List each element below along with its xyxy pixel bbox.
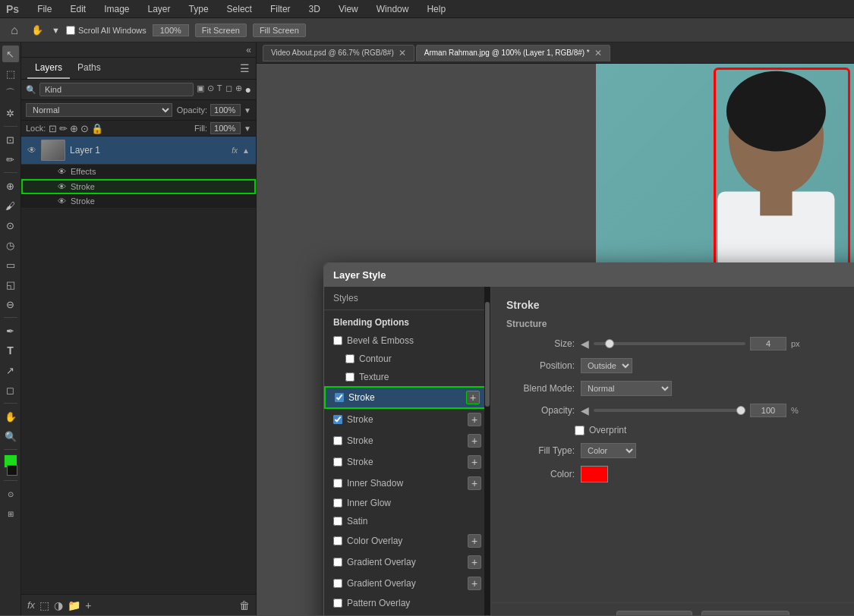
inner-shadow-checkbox[interactable] — [333, 479, 342, 488]
blend-mode-select[interactable]: Normal Dissolve Multiply — [26, 103, 172, 117]
overprint-checkbox[interactable] — [575, 426, 585, 435]
layer-eye-1[interactable]: 👁 — [27, 145, 36, 156]
panel-collapse-btn[interactable]: « — [246, 45, 251, 55]
lock-artboard-icon[interactable]: ⊙ — [80, 123, 89, 134]
size-number-input[interactable] — [750, 337, 786, 350]
style-color-overlay[interactable]: Color Overlay + — [324, 530, 490, 552]
add-adjustment-button[interactable]: ◑ — [54, 599, 63, 611]
home-icon[interactable]: ⌂ — [6, 22, 23, 39]
zoom-input[interactable] — [153, 24, 189, 36]
layer-type-filter[interactable]: T — [217, 83, 222, 96]
style-blending-options[interactable]: Blending Options — [324, 313, 490, 332]
bevel-emboss-checkbox[interactable] — [333, 336, 342, 345]
opacity-slider[interactable] — [594, 409, 745, 412]
canvas-tab-1[interactable]: Video About.psd @ 66.7% (RGB/8#) ✕ — [263, 45, 414, 61]
menu-edit[interactable]: Edit — [67, 2, 89, 16]
style-stroke-3[interactable]: Stroke + — [324, 430, 490, 451]
blend-mode-select-dialog[interactable]: Normal Dissolve Multiply — [581, 381, 672, 396]
dodge-tool[interactable]: ⊖ — [2, 296, 19, 313]
lasso-tool[interactable]: ⌒ — [2, 85, 19, 102]
style-inner-shadow[interactable]: Inner Shadow + — [324, 473, 490, 494]
hand-icon[interactable]: ✋ — [29, 22, 46, 39]
pattern-overlay-checkbox[interactable] — [333, 599, 342, 608]
layer-smart-filter[interactable]: ⊕ — [235, 83, 242, 96]
screen-mode-tool[interactable]: ⊞ — [2, 505, 19, 522]
layer-expand-icon[interactable]: ▲ — [242, 146, 250, 155]
path-select-tool[interactable]: ↗ — [2, 362, 19, 379]
menu-help[interactable]: Help — [424, 2, 449, 16]
size-slider[interactable] — [594, 342, 745, 345]
hand-tool[interactable]: ✋ — [2, 408, 19, 425]
stroke-eye-active[interactable]: 👁 — [58, 182, 66, 191]
add-group-button[interactable]: 📁 — [68, 599, 80, 611]
contour-checkbox[interactable] — [345, 354, 355, 363]
layer-pixel-filter[interactable]: ▣ — [197, 83, 204, 96]
history-tool[interactable]: ◷ — [2, 237, 19, 253]
brush-tool[interactable]: 🖌 — [2, 197, 19, 214]
gradient-tool[interactable]: ◱ — [2, 276, 19, 293]
fx-button[interactable]: fx — [27, 599, 35, 611]
stroke-2-add-btn[interactable]: + — [468, 413, 481, 426]
eyedropper-tool[interactable]: ✏ — [2, 151, 19, 168]
stroke-4-add-btn[interactable]: + — [468, 455, 481, 469]
style-inner-glow[interactable]: Inner Glow — [324, 494, 490, 512]
style-gradient-overlay-2[interactable]: Gradient Overlay + — [324, 573, 490, 594]
stroke-2-checkbox[interactable] — [333, 415, 342, 424]
position-select[interactable]: Outside Inside Center — [581, 358, 632, 373]
background-color[interactable] — [7, 465, 17, 476]
opacity-input[interactable] — [210, 104, 241, 116]
effects-stroke-2[interactable]: 👁 Stroke — [21, 194, 256, 209]
style-bevel-emboss[interactable]: Bevel & Emboss — [324, 332, 490, 350]
layer-search-input[interactable] — [39, 83, 194, 96]
stroke-4-checkbox[interactable] — [333, 457, 342, 467]
stroke-1-checkbox[interactable] — [335, 393, 344, 402]
effects-header-item[interactable]: 👁 Effects — [21, 165, 256, 179]
menu-window[interactable]: Window — [373, 2, 412, 16]
style-stroke-1[interactable]: Stroke + — [324, 386, 490, 409]
delete-layer-button[interactable]: 🗑 — [239, 599, 250, 611]
lock-all-icon[interactable]: 🔒 — [91, 123, 103, 134]
stroke-eye-2[interactable]: 👁 — [58, 196, 66, 206]
fill-type-select[interactable]: Color Gradient Pattern — [581, 443, 636, 458]
lock-position-icon[interactable]: ⊕ — [70, 123, 78, 134]
stroke-3-checkbox[interactable] — [333, 436, 342, 445]
tab-paths[interactable]: Paths — [70, 58, 109, 79]
color-swatch[interactable] — [581, 466, 608, 482]
style-texture[interactable]: Texture — [324, 368, 490, 386]
add-mask-button[interactable]: ⬚ — [39, 599, 49, 611]
inner-shadow-add-btn[interactable]: + — [468, 476, 481, 490]
style-stroke-4[interactable]: Stroke + — [324, 451, 490, 473]
effects-eye[interactable]: 👁 — [58, 167, 66, 176]
menu-3d[interactable]: 3D — [306, 2, 323, 16]
style-stroke-2[interactable]: Stroke + — [324, 409, 490, 430]
tab-layers[interactable]: Layers — [27, 58, 70, 79]
gradient-overlay-2-checkbox[interactable] — [333, 579, 342, 588]
crop-tool[interactable]: ⊡ — [2, 131, 19, 148]
menu-filter[interactable]: Filter — [267, 2, 294, 16]
menu-layer[interactable]: Layer — [145, 2, 174, 16]
style-satin[interactable]: Satin — [324, 512, 490, 530]
layer-style-dialog[interactable]: Layer Style ✕ Styles Blending Options — [323, 262, 854, 615]
fill-input[interactable] — [210, 122, 241, 134]
stroke-1-add-btn[interactable]: + — [466, 391, 480, 404]
layer-shape-filter[interactable]: ◻ — [225, 83, 232, 96]
menu-image[interactable]: Image — [101, 2, 132, 16]
layer-item-1[interactable]: 👁 Layer 1 fx ▲ — [21, 137, 256, 165]
effects-stroke-active[interactable]: 👁 Stroke — [21, 179, 256, 194]
style-contour[interactable]: Contour — [324, 350, 490, 368]
canvas-tab-2[interactable]: Arman Rahman.jpg @ 100% (Layer 1, RGB/8#… — [416, 45, 610, 61]
fill-dropdown-icon[interactable]: ▼ — [244, 124, 251, 133]
scroll-all-checkbox[interactable] — [66, 26, 75, 35]
style-gradient-overlay-1[interactable]: Gradient Overlay + — [324, 552, 490, 573]
clone-tool[interactable]: ⊙ — [2, 217, 19, 234]
menu-file[interactable]: File — [34, 2, 55, 16]
menu-select[interactable]: Select — [224, 2, 255, 16]
gradient-overlay-1-checkbox[interactable] — [333, 558, 342, 567]
layer-adjustment-filter[interactable]: ⊙ — [207, 83, 214, 96]
menu-type[interactable]: Type — [186, 2, 212, 16]
panel-menu-icon[interactable]: ☰ — [240, 62, 250, 74]
reset-to-default-button[interactable]: Reset to Default — [701, 611, 789, 615]
text-tool[interactable]: T — [2, 342, 19, 359]
style-pattern-overlay[interactable]: Pattern Overlay — [324, 594, 490, 612]
zoom-tool[interactable]: 🔍 — [2, 428, 19, 445]
